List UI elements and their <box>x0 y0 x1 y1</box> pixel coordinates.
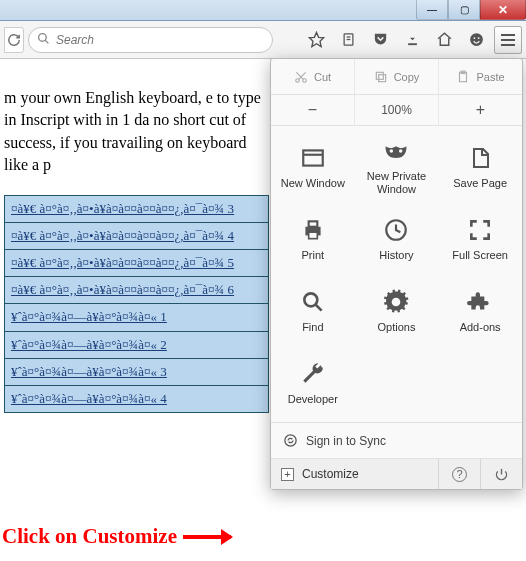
svg-point-0 <box>39 33 47 41</box>
menu-item-addons[interactable]: Add-ons <box>438 274 522 346</box>
svg-point-20 <box>390 150 394 154</box>
svg-line-1 <box>45 40 48 43</box>
svg-point-21 <box>399 150 403 154</box>
svg-rect-6 <box>408 43 417 45</box>
search-input[interactable] <box>56 33 264 47</box>
menu-customize[interactable]: + Customize <box>271 459 438 489</box>
menu-item-new-window[interactable]: New Window <box>271 130 355 202</box>
hamburger-icon <box>501 39 515 41</box>
svg-point-7 <box>470 33 483 46</box>
annotation-callout: Click on Customize <box>2 524 231 549</box>
sync-icon <box>283 433 298 448</box>
zoom-in-button[interactable]: + <box>438 95 522 125</box>
find-icon <box>298 287 328 317</box>
zoom-out-button[interactable]: − <box>271 95 354 125</box>
table-link[interactable]: ¤à¥€ à¤°à¤‚,à¤•à¥à¤à¤¤à¤¤à¤¤¿,à¤¯à¤¾ 3 <box>5 195 269 222</box>
menu-cut[interactable]: Cut <box>271 59 354 95</box>
svg-point-28 <box>285 435 296 446</box>
menu-item-fullscreen[interactable]: Full Screen <box>438 202 522 274</box>
new-window-icon <box>298 143 328 173</box>
menu-item-private-window[interactable]: New Private Window <box>355 130 439 202</box>
reload-button[interactable] <box>4 27 24 53</box>
arrow-icon <box>183 535 231 539</box>
table-link[interactable]: ¤à¥€ à¤°à¤‚,à¤•à¥à¤à¤¤à¤¤à¤¤¿,à¤¯à¤¾ 6 <box>5 277 269 304</box>
home-button[interactable] <box>430 26 458 54</box>
menu-quit-button[interactable] <box>480 459 522 489</box>
svg-point-9 <box>477 37 479 39</box>
menu-sign-in[interactable]: Sign in to Sync <box>271 422 522 458</box>
table-link[interactable]: ¤à¥€ à¤°à¤‚,à¤•à¥à¤à¤¤à¤¤à¤¤¿,à¤¯à¤¾ 5 <box>5 249 269 276</box>
hamburger-menu-panel: Cut Copy Paste − 100% + New Window New P… <box>270 58 523 490</box>
save-icon <box>465 143 495 173</box>
callout-text: Click on Customize <box>2 524 177 549</box>
copy-icon <box>374 70 388 84</box>
bookmark-star-button[interactable] <box>302 26 330 54</box>
table-link[interactable]: ¥ˆà¤°à¤¾à¤—à¥à¤°à¤¾à¤« 4 <box>5 385 269 412</box>
paste-icon <box>456 70 470 84</box>
cut-icon <box>294 70 308 84</box>
power-icon <box>494 467 509 482</box>
search-icon <box>37 32 50 48</box>
plus-icon: + <box>281 468 294 481</box>
svg-point-8 <box>473 37 475 39</box>
svg-rect-24 <box>308 232 317 239</box>
menu-item-options[interactable]: Options <box>355 274 439 346</box>
page-content: m your own English keyboard, e to type i… <box>0 59 268 413</box>
menu-item-history[interactable]: History <box>355 202 439 274</box>
svg-rect-15 <box>376 72 383 79</box>
menu-item-print[interactable]: Print <box>271 202 355 274</box>
svg-line-27 <box>316 304 322 310</box>
table-link[interactable]: ¥ˆà¤°à¤¾à¤—à¥à¤°à¤¾à¤« 3 <box>5 358 269 385</box>
menu-grid: New Window New Private Window Save Page … <box>271 126 522 422</box>
pocket-button[interactable] <box>366 26 394 54</box>
svg-marker-2 <box>309 32 323 46</box>
svg-rect-23 <box>308 221 317 226</box>
window-maximize-button[interactable]: ▢ <box>448 0 480 20</box>
table-link[interactable]: ¥ˆà¤°à¤¾à¤—à¥à¤°à¤¾à¤« 2 <box>5 331 269 358</box>
gear-icon <box>381 287 411 317</box>
menu-item-find[interactable]: Find <box>271 274 355 346</box>
downloads-button[interactable] <box>398 26 426 54</box>
window-close-button[interactable]: ✕ <box>480 0 526 20</box>
menu-help-button[interactable]: ? <box>438 459 480 489</box>
svg-rect-14 <box>378 74 385 81</box>
hello-button[interactable] <box>462 26 490 54</box>
search-box[interactable] <box>28 27 273 53</box>
menu-paste[interactable]: Paste <box>438 59 522 95</box>
history-icon <box>381 215 411 245</box>
print-icon <box>298 215 328 245</box>
table-link[interactable]: ¥ˆà¤°à¤¾à¤—à¥à¤°à¤¾à¤« 1 <box>5 304 269 331</box>
table-link[interactable]: ¤à¥€ à¤°à¤‚,à¤•à¥à¤à¤¤à¤¤à¤¤¿,à¤¯à¤¾ 4 <box>5 222 269 249</box>
hamburger-menu-button[interactable] <box>494 26 522 54</box>
puzzle-icon <box>465 287 495 317</box>
menu-item-save-page[interactable]: Save Page <box>438 130 522 202</box>
wrench-icon <box>298 359 328 389</box>
mask-icon <box>381 136 411 166</box>
window-minimize-button[interactable]: — <box>416 0 448 20</box>
browser-toolbar <box>0 21 526 59</box>
zoom-level[interactable]: 100% <box>354 95 438 125</box>
reading-list-button[interactable] <box>334 26 362 54</box>
window-titlebar: — ▢ ✕ <box>0 0 526 21</box>
help-icon: ? <box>452 467 467 482</box>
svg-rect-18 <box>303 150 323 165</box>
fullscreen-icon <box>465 215 495 245</box>
menu-copy[interactable]: Copy <box>354 59 438 95</box>
menu-item-developer[interactable]: Developer <box>271 346 355 418</box>
svg-point-26 <box>304 293 317 306</box>
paragraph-text: m your own English keyboard, e to type i… <box>4 87 268 177</box>
links-table: ¤à¥€ à¤°à¤‚,à¤•à¥à¤à¤¤à¤¤à¤¤¿,à¤¯à¤¾ 3 ¤… <box>4 195 269 414</box>
